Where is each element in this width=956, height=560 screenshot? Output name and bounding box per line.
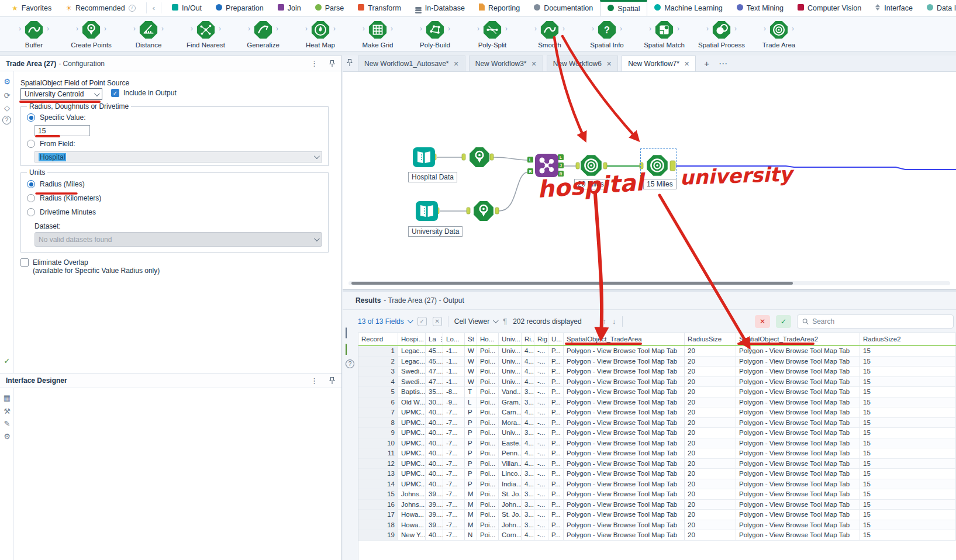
layout-grid-icon[interactable]: ▦	[2, 393, 12, 403]
input-data-tool-hospital[interactable]	[412, 146, 436, 171]
column-header-st[interactable]: St	[465, 333, 477, 345]
column-header-u[interactable]: U...	[548, 333, 564, 345]
palette-tool-buffer[interactable]: Buffer	[15, 20, 53, 49]
trade-area-15-label[interactable]: 15 Miles	[643, 179, 677, 189]
pencil-icon[interactable]: ✎	[2, 419, 12, 428]
close-tab-icon[interactable]: ✕	[532, 60, 537, 68]
palette-tool-create-points[interactable]: Create Points	[73, 20, 110, 49]
ribbon-tab-data-investigation[interactable]: Data Investigation	[920, 0, 956, 16]
fields-dropdown[interactable]: 13 of 13 Fields	[358, 317, 412, 326]
palette-tool-heat-map[interactable]: Heat Map	[302, 20, 339, 49]
table-row[interactable]: 6Old W...30....-9...LPoi...Gram...3...-.…	[358, 397, 956, 408]
canvas-hscrollbar-thumb[interactable]	[351, 282, 793, 285]
tag-icon[interactable]: ◇	[2, 103, 12, 113]
new-tab-button[interactable]: +	[699, 58, 714, 68]
table-row[interactable]: 1Legac...45....-1...WPoi...Univ...4...-.…	[358, 346, 956, 357]
specific-value-radio[interactable]	[27, 113, 35, 122]
close-tab-icon[interactable]: ✕	[606, 60, 612, 68]
palette-tool-distance[interactable]: Distance	[130, 20, 167, 49]
table-row[interactable]: 4Swedi...47....-1...WPoi...Univ...4...-.…	[358, 377, 956, 388]
search-box[interactable]	[797, 314, 954, 329]
table-row[interactable]: 17Howa...39....-7...MPoi...St. Jo...3...…	[358, 510, 956, 520]
drivetime-radio-row[interactable]: Drivetime Minutes	[27, 208, 96, 216]
trade-area-tool-20[interactable]	[579, 154, 603, 179]
dataset-dropdown[interactable]: No valid datasets found	[34, 232, 322, 247]
close-tab-icon[interactable]: ✕	[454, 60, 459, 68]
ribbon-tab-in-out[interactable]: In/Out	[165, 0, 209, 16]
radius-miles-radio[interactable]	[27, 180, 35, 188]
ribbon-tab-join[interactable]: Join	[271, 0, 308, 16]
table-row[interactable]: 14UPMC...40....-7...PPoi...India...4...-…	[358, 479, 956, 490]
table-row[interactable]: 12UPMC...40....-7...PPoi...Villan...4...…	[358, 459, 956, 469]
palette-tool-smooth[interactable]: Smooth	[531, 20, 568, 49]
radius-miles-radio-row[interactable]: Radius (Miles)	[27, 180, 85, 188]
column-header-la[interactable]: La⋮	[426, 333, 443, 345]
trade-area-20-label[interactable]: 20 Miles	[574, 179, 608, 189]
palette-tool-generalize[interactable]: Generalize	[244, 20, 282, 49]
column-header-radiussize2[interactable]: RadiusSize2	[860, 333, 956, 345]
palette-tool-spatial-process[interactable]: Spatial Process	[703, 20, 740, 49]
ribbon-tab-recommended[interactable]: ☀Recommendedi	[58, 0, 143, 16]
column-header-spatialobject-tradearea2[interactable]: SpatialObject_TradeArea2	[736, 333, 860, 345]
ribbon-tab-transform[interactable]: Transform	[351, 0, 408, 16]
palette-tool-make-grid[interactable]: Make Grid	[359, 20, 396, 49]
ribbon-tab-text-mining[interactable]: Text Mining	[730, 0, 791, 16]
interface-designer-pin-icon[interactable]	[329, 376, 336, 385]
table-row[interactable]: 19New Y...40....-7...NPoi...Corn...4...-…	[358, 530, 956, 541]
table-row[interactable]: 5Baptis...35....-8...TPoi...Vand...3...-…	[358, 387, 956, 397]
workflow-tab-new-workflow6[interactable]: New Workflow6✕	[547, 56, 618, 71]
table-row[interactable]: 2Legac...45....-1...WPoi...Univ...4...-.…	[358, 357, 956, 367]
union-tool[interactable]	[534, 153, 560, 181]
info-icon[interactable]: i	[129, 5, 136, 12]
specific-value-input[interactable]: 15	[34, 125, 90, 136]
table-row[interactable]: 15Johns...39....-7...MPoi...St. Jo...3..…	[358, 489, 956, 500]
up-arrow-icon[interactable]: ↑	[603, 317, 607, 326]
eliminate-overlap-checkbox[interactable]	[20, 258, 29, 267]
ribbon-tab-parse[interactable]: Parse	[308, 0, 351, 16]
column-header-univ[interactable]: Univ...	[499, 333, 522, 345]
palette-tool-spatial-match[interactable]: Spatial Match	[646, 20, 683, 49]
select-all-checkbox-icon[interactable]: ✓	[417, 317, 427, 326]
palette-tool-poly-split[interactable]: Poly-Split	[474, 20, 511, 49]
table-row[interactable]: 9UPMC...40....-7...PPoi...Univ...3...-..…	[358, 428, 956, 438]
results-help-icon[interactable]: ?	[346, 359, 354, 368]
radius-km-radio-row[interactable]: Radius (Kilometers)	[27, 194, 101, 202]
apply-button[interactable]: ✓	[776, 315, 791, 328]
ribbon-tab-preparation[interactable]: Preparation	[209, 0, 271, 16]
hospital-data-label[interactable]: Hospital Data	[408, 172, 457, 182]
palette-tool-poly-build[interactable]: Poly-Build	[416, 20, 454, 49]
column-header-spatialobject-tradearea[interactable]: SpatialObject_TradeArea	[564, 333, 685, 345]
input-data-tool-university[interactable]	[415, 199, 439, 225]
ribbon-back-chevron-icon[interactable]: ‹	[146, 2, 161, 13]
table-row[interactable]: 18Howa...39....-7...MPoi...John...3...-.…	[358, 520, 956, 531]
radius-km-radio[interactable]	[27, 194, 35, 202]
wrench-icon[interactable]: ⚒	[2, 407, 12, 416]
palette-tool-spatial-info[interactable]: ?Spatial Info	[588, 20, 626, 49]
column-header-lo[interactable]: Lo...	[443, 333, 465, 345]
table-row[interactable]: 11UPMC...40....-7...PPoi...Penn...4...-.…	[358, 448, 956, 459]
trade-area-tool-15[interactable]	[646, 154, 669, 179]
config-menu-kebab-icon[interactable]: ⋮	[310, 59, 318, 68]
column-menu-icon[interactable]: ⋮	[439, 336, 443, 343]
canvas-hscrollbar[interactable]	[348, 281, 950, 285]
table-row[interactable]: 13UPMC...40....-7...PPoi...Linco...3...-…	[358, 469, 956, 479]
ribbon-tab-interface[interactable]: Interface	[868, 0, 920, 16]
university-data-label[interactable]: University Data	[408, 226, 463, 237]
clear-selection-icon[interactable]: ✕	[433, 317, 442, 326]
ribbon-tab-computer-vision[interactable]: Computer Vision	[791, 0, 868, 16]
column-header-radiussize[interactable]: RadiusSize	[685, 333, 736, 345]
ribbon-tab-machine-learning[interactable]: Machine Learning	[647, 0, 729, 16]
workflow-tab-new-workflow1-autosave[interactable]: New Workflow1_Autosave*✕	[358, 56, 465, 71]
data-table-icon[interactable]	[346, 328, 355, 336]
column-header-rig[interactable]: Rig...	[534, 333, 548, 345]
workflow-tab-new-workflow7[interactable]: New Workflow7*✕	[622, 56, 696, 71]
column-header-ri[interactable]: Ri...	[522, 333, 534, 345]
ribbon-tab-in-database[interactable]: In-Database	[408, 0, 472, 16]
eliminate-overlap-row[interactable]: Eliminate Overlap (available for Specifi…	[20, 258, 160, 275]
settings-gear-icon[interactable]: ⚙	[2, 432, 12, 441]
interface-designer-kebab-icon[interactable]: ⋮	[310, 376, 318, 385]
from-field-radio-row[interactable]: From Field:	[27, 140, 75, 148]
ribbon-tab-reporting[interactable]: Reporting	[472, 0, 527, 16]
table-row[interactable]: 8UPMC...40....-7...PPoi...Mora...4...-..…	[358, 418, 956, 428]
down-arrow-icon[interactable]: ↓	[612, 317, 616, 326]
